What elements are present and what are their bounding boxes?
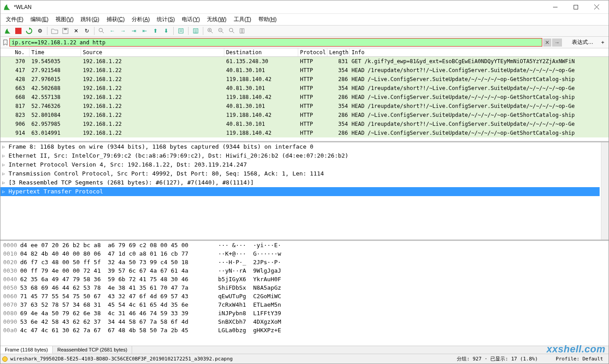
- packet-row[interactable]: 81752.746326192.168.1.2240.81.30.101HTTP…: [0, 102, 609, 111]
- close-button[interactable]: [586, 1, 607, 13]
- shark-icon[interactable]: [3, 26, 12, 35]
- hex-row[interactable]: 006071 45 77 55 54 75 50 67 43 32 47 6f …: [0, 292, 609, 300]
- apply-filter-button[interactable]: →: [552, 39, 562, 47]
- zoom-in-button[interactable]: [206, 26, 215, 35]
- hex-row[interactable]: 004062 35 6a 49 47 79 58 36 59 6b 72 41 …: [0, 275, 609, 283]
- hex-row[interactable]: 0000d4 ee 07 20 26 b2 bc a8 a6 79 69 c2 …: [0, 241, 609, 249]
- col-destination[interactable]: Destination: [224, 48, 298, 56]
- col-source[interactable]: Source: [81, 48, 224, 56]
- svg-rect-1: [574, 5, 578, 9]
- options-button[interactable]: ⚙: [35, 26, 44, 35]
- title-bar: *WLAN: [0, 0, 609, 14]
- svg-point-23: [229, 28, 233, 32]
- reload-button[interactable]: ↻: [82, 26, 91, 35]
- packet-row[interactable]: 66342.502688192.168.1.2240.81.30.101HTTP…: [0, 84, 609, 93]
- minimize-button[interactable]: [545, 1, 566, 13]
- svg-line-8: [102, 31, 104, 33]
- packet-list-pane: No. Time Source Destination Protocol Len…: [0, 48, 609, 142]
- next-button[interactable]: →: [119, 26, 128, 35]
- packet-row[interactable]: 41727.921548192.168.1.2240.81.30.101HTTP…: [0, 66, 609, 75]
- autoscroll-button[interactable]: [176, 26, 185, 35]
- packet-row[interactable]: 82352.801084192.168.1.22119.188.140.42HT…: [0, 111, 609, 120]
- col-protocol[interactable]: Protocol: [298, 48, 327, 56]
- packet-list-header[interactable]: No. Time Source Destination Protocol Len…: [0, 48, 609, 57]
- menu-item[interactable]: 帮助(H): [255, 14, 280, 25]
- svg-line-24: [232, 31, 234, 33]
- packet-row[interactable]: 42827.976015192.168.1.22119.188.140.42HT…: [0, 75, 609, 84]
- svg-rect-6: [64, 28, 67, 30]
- protocol-tree-item[interactable]: ▷Hypertext Transfer Protocol: [0, 187, 600, 196]
- zoom-reset-button[interactable]: [227, 26, 236, 35]
- expert-info-icon[interactable]: [2, 356, 8, 362]
- bookmark-icon[interactable]: [2, 39, 9, 46]
- open-button[interactable]: [50, 26, 59, 35]
- clear-filter-button[interactable]: ✕: [543, 39, 551, 47]
- col-length[interactable]: Length: [327, 48, 350, 56]
- expression-button[interactable]: 表达式…: [569, 38, 596, 47]
- resize-columns-button[interactable]: [238, 26, 247, 35]
- status-profile[interactable]: Profile: Default: [556, 356, 603, 362]
- bytes-tabs: Frame (1168 bytes)Reassembled TCP (2681 …: [0, 346, 609, 354]
- restart-capture-button[interactable]: [25, 26, 34, 35]
- col-time[interactable]: Time: [30, 48, 81, 56]
- watermark: xxshell.com: [547, 343, 605, 355]
- bytes-tab[interactable]: Frame (1168 bytes): [0, 346, 53, 354]
- hex-row[interactable]: 00a04c 47 4c 61 30 62 7a 67 67 48 4b 58 …: [0, 326, 609, 334]
- filter-bar: ✕ → 表达式… +: [0, 37, 609, 48]
- save-button[interactable]: [61, 26, 70, 35]
- menu-item[interactable]: 视图(V): [52, 14, 77, 25]
- hex-row[interactable]: 008069 4e 4a 50 79 62 6e 38 4c 31 46 46 …: [0, 309, 609, 317]
- wireshark-icon: [3, 3, 11, 11]
- menu-item[interactable]: 无线(W): [203, 14, 230, 25]
- hex-row[interactable]: 009053 6e 42 58 43 62 62 37 34 44 58 67 …: [0, 317, 609, 326]
- zoom-out-button[interactable]: [217, 26, 226, 35]
- hex-row[interactable]: 001004 82 4b 40 40 00 80 06 47 1d c0 a8 …: [0, 249, 609, 258]
- hex-row[interactable]: 007037 63 52 78 57 34 68 31 45 54 4c 61 …: [0, 300, 609, 309]
- status-file: wireshark_799502D8-5E25-4103-BD8D-3C56CE…: [10, 356, 457, 362]
- hex-row[interactable]: 005053 68 69 46 44 62 53 78 4e 38 41 35 …: [0, 283, 609, 292]
- col-no[interactable]: No.: [0, 48, 30, 56]
- svg-rect-26: [242, 29, 244, 33]
- window-title: *WLAN: [14, 4, 545, 10]
- hex-row[interactable]: 0020d6 f7 c3 48 00 50 ff 5f 32 4a 50 73 …: [0, 258, 609, 266]
- protocol-tree-item[interactable]: ▷[3 Reassembled TCP Segments (2681 bytes…: [0, 178, 600, 187]
- details-scrollbar[interactable]: [601, 142, 609, 240]
- protocol-tree-item[interactable]: ▷Internet Protocol Version 4, Src: 192.1…: [0, 160, 600, 169]
- svg-point-7: [99, 28, 103, 32]
- menu-item[interactable]: 分析(A): [128, 14, 153, 25]
- hex-row[interactable]: 003000 ff 79 4e 00 00 72 41 39 57 6c 67 …: [0, 266, 609, 275]
- packet-row[interactable]: 66842.557138192.168.1.22119.188.140.42HT…: [0, 93, 609, 102]
- up-arrow-button[interactable]: ⬆: [151, 26, 160, 35]
- stop-capture-button[interactable]: [14, 26, 23, 35]
- packet-bytes-pane: 0000d4 ee 07 20 26 b2 bc a8 a6 79 69 c2 …: [0, 241, 609, 346]
- prev-button[interactable]: ←: [108, 26, 117, 35]
- jump-button[interactable]: ⇥: [129, 26, 138, 35]
- close-file-button[interactable]: ✕: [72, 26, 81, 35]
- protocol-tree-item[interactable]: ▷Transmission Control Protocol, Src Port…: [0, 169, 600, 178]
- menu-item[interactable]: 跳转(G): [77, 14, 103, 25]
- colorize-button[interactable]: [191, 26, 200, 35]
- find-button[interactable]: [97, 26, 106, 35]
- bytes-tab[interactable]: Reassembled TCP (2681 bytes): [53, 346, 132, 354]
- first-button[interactable]: ⇤: [140, 26, 149, 35]
- col-info[interactable]: Info: [350, 48, 609, 56]
- menu-item[interactable]: 编辑(E): [27, 14, 52, 25]
- menu-item[interactable]: 捕获(C): [103, 14, 129, 25]
- svg-line-17: [211, 31, 213, 33]
- menu-item[interactable]: 统计(S): [153, 14, 178, 25]
- down-arrow-button[interactable]: ⬇: [162, 26, 171, 35]
- menu-item[interactable]: 文件(F): [2, 14, 27, 25]
- menu-item[interactable]: 工具(T): [230, 14, 255, 25]
- protocol-tree-item[interactable]: ▷Frame 8: 1168 bytes on wire (9344 bits)…: [0, 142, 600, 151]
- svg-rect-4: [15, 28, 21, 34]
- menu-item[interactable]: 电话(Y): [178, 14, 203, 25]
- menu-bar: 文件(F)编辑(E)视图(V)跳转(G)捕获(C)分析(A)统计(S)电话(Y)…: [0, 14, 609, 26]
- add-filter-button[interactable]: +: [599, 39, 607, 47]
- packet-row[interactable]: 91463.014991192.168.1.22119.188.140.42HT…: [0, 128, 609, 137]
- protocol-tree-item[interactable]: ▷Ethernet II, Src: IntelCor_79:69:c2 (bc…: [0, 151, 600, 160]
- display-filter-input[interactable]: [9, 38, 542, 47]
- packet-row[interactable]: 37019.545035192.168.1.2261.135.248.30HTT…: [0, 57, 609, 66]
- maximize-button[interactable]: [566, 1, 586, 13]
- packet-row[interactable]: 90662.957985192.168.1.2240.81.30.101HTTP…: [0, 120, 609, 128]
- packet-details-pane: ▷Frame 8: 1168 bytes on wire (9344 bits)…: [0, 142, 609, 241]
